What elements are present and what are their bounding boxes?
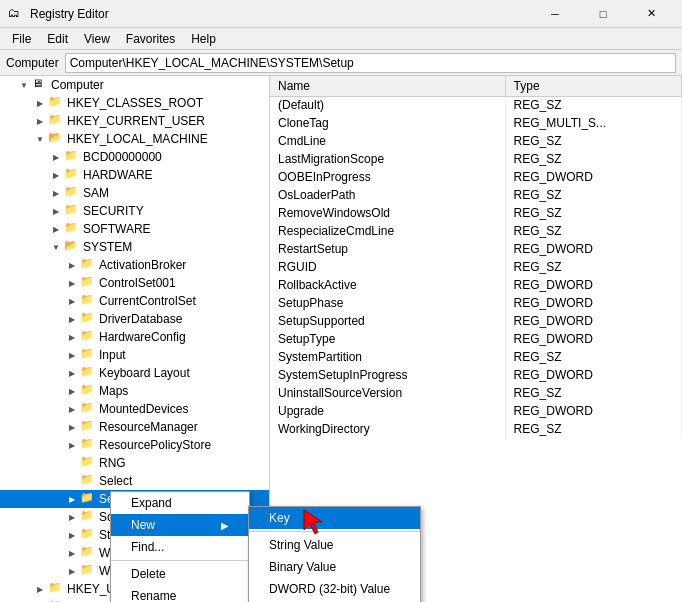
- tree-label-system: SYSTEM: [83, 240, 132, 254]
- tree-label-software: SOFTWARE: [83, 222, 151, 236]
- cell-type: REG_DWORD: [505, 402, 681, 420]
- folder-icon-mounteddev: 📁: [80, 401, 96, 417]
- tree-item-kblayout[interactable]: ▶ 📁 Keyboard Layout: [0, 364, 269, 382]
- sub-key[interactable]: Key: [249, 507, 420, 529]
- tree-label-hkcu: HKEY_CURRENT_USER: [67, 114, 205, 128]
- table-row[interactable]: RestartSetupREG_DWORD: [270, 240, 682, 258]
- expand-arrow-hardware: ▶: [48, 171, 64, 180]
- submenu-new: Key String Value Binary Value DWORD (32-…: [248, 506, 421, 602]
- tree-item-bcd[interactable]: ▶ 📁 BCD00000000: [0, 148, 269, 166]
- cell-type: REG_DWORD: [505, 168, 681, 186]
- menu-view[interactable]: View: [76, 30, 118, 47]
- table-row[interactable]: SetupSupportedREG_DWORD: [270, 312, 682, 330]
- table-row[interactable]: SystemSetupInProgressREG_DWORD: [270, 366, 682, 384]
- tree-label-security: SECURITY: [83, 204, 144, 218]
- sub-binary[interactable]: Binary Value: [249, 556, 420, 578]
- expand-arrow-resmgr: ▶: [64, 423, 80, 432]
- cell-name: (Default): [270, 96, 505, 114]
- ctx-new[interactable]: New ▶: [111, 514, 249, 536]
- table-row[interactable]: RollbackActiveREG_DWORD: [270, 276, 682, 294]
- table-row[interactable]: LastMigrationScopeREG_SZ: [270, 150, 682, 168]
- tree-item-sam[interactable]: ▶ 📁 SAM: [0, 184, 269, 202]
- table-row[interactable]: WorkingDirectoryREG_SZ: [270, 420, 682, 438]
- expand-arrow-maps: ▶: [64, 387, 80, 396]
- tree-item-resmgr[interactable]: ▶ 📁 ResourceManager: [0, 418, 269, 436]
- ctx-expand[interactable]: Expand: [111, 492, 249, 514]
- menu-favorites[interactable]: Favorites: [118, 30, 183, 47]
- cell-type: REG_SZ: [505, 258, 681, 276]
- tree-item-select[interactable]: 📁 Select: [0, 472, 269, 490]
- expand-arrow-waas: ▶: [64, 549, 80, 558]
- expand-arrow-security: ▶: [48, 207, 64, 216]
- tree-item-rng[interactable]: 📁 RNG: [0, 454, 269, 472]
- folder-icon-resmgr: 📁: [80, 419, 96, 435]
- folder-icon-curctrlset: 📁: [80, 293, 96, 309]
- tree-item-maps[interactable]: ▶ 📁 Maps: [0, 382, 269, 400]
- tree-item-hwconfig[interactable]: ▶ 📁 HardwareConfig: [0, 328, 269, 346]
- address-label: Computer: [6, 56, 59, 70]
- table-row[interactable]: (Default)REG_SZ: [270, 96, 682, 114]
- tree-item-hkcr[interactable]: ▶ 📁 HKEY_CLASSES_ROOT: [0, 94, 269, 112]
- table-row[interactable]: RemoveWindowsOldREG_SZ: [270, 204, 682, 222]
- tree-item-respolicy[interactable]: ▶ 📁 ResourcePolicyStore: [0, 436, 269, 454]
- cell-type: REG_SZ: [505, 150, 681, 168]
- tree-label-curctrlset: CurrentControlSet: [99, 294, 196, 308]
- table-row[interactable]: OsLoaderPathREG_SZ: [270, 186, 682, 204]
- tree-item-input[interactable]: ▶ 📁 Input: [0, 346, 269, 364]
- cell-name: SetupType: [270, 330, 505, 348]
- table-row[interactable]: UninstallSourceVersionREG_SZ: [270, 384, 682, 402]
- title-bar: 🗂 Registry Editor ─ □ ✕: [0, 0, 682, 28]
- menu-file[interactable]: File: [4, 30, 39, 47]
- tree-item-mounteddev[interactable]: ▶ 📁 MountedDevices: [0, 400, 269, 418]
- tree-item-actbroker[interactable]: ▶ 📁 ActivationBroker: [0, 256, 269, 274]
- tree-item-hkcu[interactable]: ▶ 📁 HKEY_CURRENT_USER: [0, 112, 269, 130]
- table-row[interactable]: SetupPhaseREG_DWORD: [270, 294, 682, 312]
- cell-name: SystemSetupInProgress: [270, 366, 505, 384]
- address-input[interactable]: [65, 53, 676, 73]
- folder-icon-system: 📂: [64, 239, 80, 255]
- cell-name: OOBEInProgress: [270, 168, 505, 186]
- tree-item-system[interactable]: ▼ 📂 SYSTEM: [0, 238, 269, 256]
- menu-help[interactable]: Help: [183, 30, 224, 47]
- folder-icon-software: 📁: [64, 221, 80, 237]
- table-row[interactable]: RespecializeCmdLineREG_SZ: [270, 222, 682, 240]
- minimize-button[interactable]: ─: [532, 4, 578, 24]
- cell-type: REG_DWORD: [505, 276, 681, 294]
- folder-icon-hwconfig: 📁: [80, 329, 96, 345]
- table-row[interactable]: UpgradeREG_DWORD: [270, 402, 682, 420]
- tree-item-computer[interactable]: ▼ 🖥 Computer: [0, 76, 269, 94]
- close-button[interactable]: ✕: [628, 4, 674, 24]
- tree-item-security[interactable]: ▶ 📁 SECURITY: [0, 202, 269, 220]
- cell-type: REG_SZ: [505, 420, 681, 438]
- table-row[interactable]: CmdLineREG_SZ: [270, 132, 682, 150]
- tree-item-driverdb[interactable]: ▶ 📁 DriverDatabase: [0, 310, 269, 328]
- cell-name: SetupSupported: [270, 312, 505, 330]
- sub-string[interactable]: String Value: [249, 534, 420, 556]
- expand-arrow-driverdb: ▶: [64, 315, 80, 324]
- sub-dword[interactable]: DWORD (32-bit) Value: [249, 578, 420, 600]
- table-row[interactable]: SetupTypeREG_DWORD: [270, 330, 682, 348]
- tree-item-curctrlset[interactable]: ▶ 📁 CurrentControlSet: [0, 292, 269, 310]
- tree-item-software[interactable]: ▶ 📁 SOFTWARE: [0, 220, 269, 238]
- menu-edit[interactable]: Edit: [39, 30, 76, 47]
- window-title: Registry Editor: [30, 7, 109, 21]
- folder-icon-maps: 📁: [80, 383, 96, 399]
- ctx-rename[interactable]: Rename: [111, 585, 249, 602]
- ctx-delete[interactable]: Delete: [111, 563, 249, 585]
- tree-label-bcd: BCD00000000: [83, 150, 162, 164]
- table-row[interactable]: SystemPartitionREG_SZ: [270, 348, 682, 366]
- folder-icon-select: 📁: [80, 473, 96, 489]
- tree-label-hwconfig: HardwareConfig: [99, 330, 186, 344]
- table-row[interactable]: CloneTagREG_MULTI_S...: [270, 114, 682, 132]
- tree-item-hardware[interactable]: ▶ 📁 HARDWARE: [0, 166, 269, 184]
- table-row[interactable]: RGUIDREG_SZ: [270, 258, 682, 276]
- cell-name: WorkingDirectory: [270, 420, 505, 438]
- tree-item-ctrlset001[interactable]: ▶ 📁 ControlSet001: [0, 274, 269, 292]
- ctx-find[interactable]: Find...: [111, 536, 249, 558]
- maximize-button[interactable]: □: [580, 4, 626, 24]
- tree-item-hklm[interactable]: ▼ 📂 HKEY_LOCAL_MACHINE: [0, 130, 269, 148]
- folder-icon-computer: 🖥: [32, 77, 48, 93]
- expand-arrow-bcd: ▶: [48, 153, 64, 162]
- table-row[interactable]: OOBEInProgressREG_DWORD: [270, 168, 682, 186]
- tree-label-hkcr: HKEY_CLASSES_ROOT: [67, 96, 203, 110]
